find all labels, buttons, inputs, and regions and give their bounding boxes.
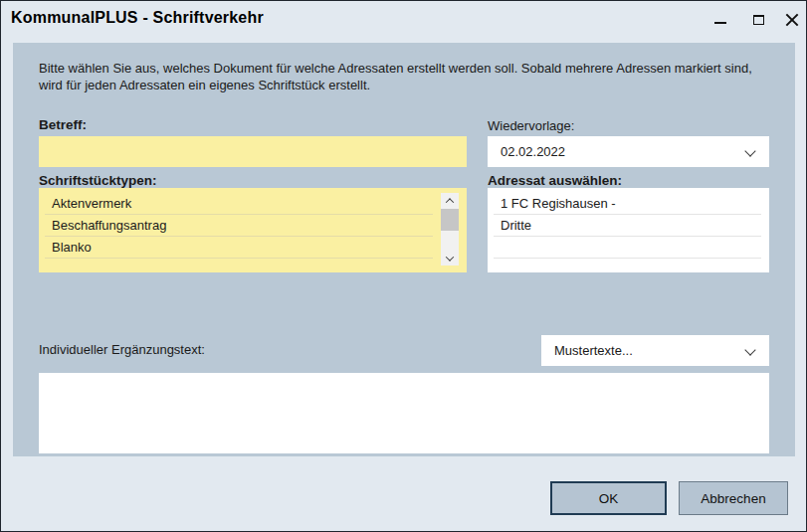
adressat-listbox: 1 FC Regishausen - Dritte	[488, 188, 769, 272]
title-bar: KommunalPLUS - Schriftverkehr	[1, 1, 806, 43]
ergaenzungstext-textarea[interactable]	[39, 373, 769, 453]
close-button[interactable]	[775, 5, 807, 35]
ergaenzungstext-label: Individueller Ergänzungstext:	[39, 342, 205, 357]
ok-button[interactable]: OK	[550, 481, 667, 515]
cancel-button[interactable]: Abbrechen	[679, 481, 788, 515]
chevron-down-icon	[744, 344, 755, 355]
schriftstuecktypen-label: Schriftstücktypen:	[39, 173, 157, 188]
window-title: KommunalPLUS - Schriftverkehr	[11, 9, 264, 27]
minimize-button[interactable]	[704, 5, 737, 35]
adressat-label: Adressat auswählen:	[488, 173, 622, 188]
mustertexte-value: Mustertexte...	[554, 343, 633, 358]
list-item[interactable]: Beschaffungsantrag	[45, 215, 433, 237]
list-item[interactable]: Blanko	[45, 237, 433, 259]
list-item[interactable]: 1 FC Regishausen -	[494, 193, 761, 215]
scrollbar-thumb[interactable]	[441, 209, 459, 231]
betreff-label: Betreff:	[39, 117, 87, 132]
vertical-scrollbar[interactable]	[441, 193, 459, 266]
list-item[interactable]: Aktenvermerk	[45, 193, 433, 215]
list-item[interactable]: Dritte	[494, 215, 761, 237]
betreff-input[interactable]	[39, 136, 467, 167]
mustertexte-dropdown[interactable]: Mustertexte...	[541, 335, 769, 366]
intro-text: Bitte wählen Sie aus, welches Dokument f…	[39, 60, 779, 93]
wiedervorlage-value: 02.02.2022	[501, 144, 565, 159]
wiedervorlage-dropdown[interactable]: 02.02.2022	[488, 136, 769, 167]
maximize-button[interactable]	[741, 5, 775, 35]
content-panel: Bitte wählen Sie aus, welches Dokument f…	[13, 43, 795, 456]
scroll-down-button[interactable]	[441, 251, 459, 266]
chevron-down-icon	[744, 145, 755, 156]
list-item[interactable]	[494, 237, 761, 259]
wiedervorlage-label: Wiedervorlage:	[488, 118, 574, 133]
dialog-window: KommunalPLUS - Schriftverkehr Bitte wähl…	[0, 0, 807, 532]
chevron-up-icon	[446, 198, 454, 206]
maximize-icon	[753, 15, 764, 25]
chevron-down-icon	[446, 253, 454, 261]
ok-button-label: OK	[599, 491, 619, 506]
minimize-icon	[714, 22, 726, 24]
cancel-button-label: Abbrechen	[701, 491, 765, 506]
close-icon	[784, 12, 800, 28]
schriftstuecktypen-listbox: Aktenvermerk Beschaffungsantrag Blanko	[39, 188, 467, 272]
scroll-up-button[interactable]	[441, 193, 459, 208]
